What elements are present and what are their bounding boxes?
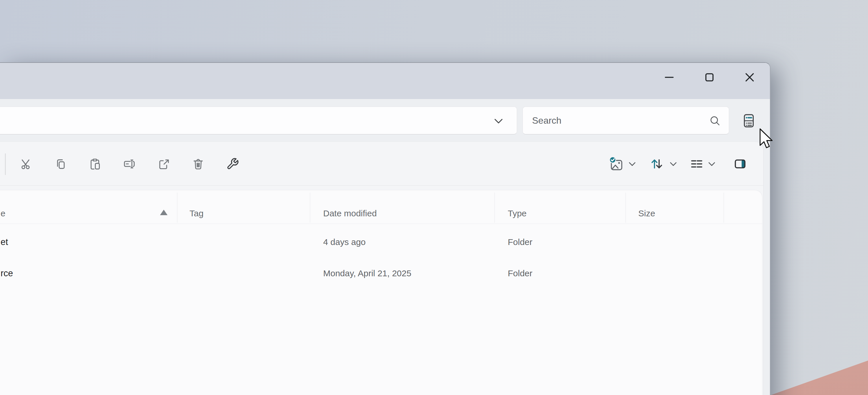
- minimize-icon: [662, 70, 676, 84]
- file-type: Folder: [508, 269, 532, 278]
- file-type: Folder: [508, 237, 532, 247]
- thumbnails-button[interactable]: [608, 156, 624, 172]
- layout-dropdown[interactable]: [707, 160, 717, 168]
- image-check-icon: [609, 157, 623, 171]
- search-box[interactable]: [523, 107, 729, 134]
- chevron-down-icon: [628, 161, 637, 167]
- rename-icon: [123, 158, 136, 170]
- preview-pane-toggle[interactable]: [732, 156, 748, 172]
- copy-icon: [54, 158, 67, 170]
- file-date-modified: 4 days ago: [323, 237, 366, 247]
- content-panel: e Tag Date modified Type Size et 4: [0, 142, 764, 395]
- table-row[interactable]: rce Monday, April 21, 2025 Folder: [0, 258, 762, 289]
- chevron-down-icon: [707, 161, 716, 167]
- table-row[interactable]: et 4 days ago Folder: [0, 226, 762, 258]
- share-icon: [157, 158, 170, 170]
- address-row: [0, 99, 770, 142]
- address-input[interactable]: [0, 107, 485, 134]
- column-divider[interactable]: [625, 193, 626, 223]
- status-center-button[interactable]: [739, 111, 759, 131]
- column-header-type[interactable]: Type: [508, 208, 527, 218]
- header-divider: [0, 224, 762, 224]
- column-header-tag[interactable]: Tag: [189, 208, 204, 218]
- trash-icon: [192, 158, 205, 170]
- column-header-date-modified[interactable]: Date modified: [323, 208, 377, 218]
- search-input[interactable]: [532, 107, 694, 134]
- copy-button[interactable]: [52, 156, 69, 172]
- scissors-icon: [20, 158, 32, 170]
- paste-button[interactable]: [87, 156, 103, 172]
- column-divider[interactable]: [494, 193, 495, 223]
- maximize-icon: [703, 70, 716, 84]
- share-button[interactable]: [156, 156, 172, 172]
- task-list-icon: [743, 114, 755, 128]
- sort-arrows-icon: [650, 157, 664, 171]
- clipboard-icon: [89, 158, 101, 170]
- file-explorer-window: e Tag Date modified Type Size et 4: [0, 62, 771, 395]
- chevron-down-icon: [669, 161, 678, 167]
- sort-dropdown[interactable]: [669, 160, 678, 168]
- file-list: e Tag Date modified Type Size et 4: [0, 190, 763, 395]
- file-date-modified: Monday, April 21, 2025: [323, 269, 411, 278]
- sort-ascending-icon: [160, 210, 167, 215]
- close-icon: [743, 70, 756, 84]
- mouse-cursor: [759, 128, 774, 149]
- list-lines-icon: [690, 157, 703, 171]
- toolbar-edit-actions: [18, 156, 241, 172]
- delete-button[interactable]: [190, 156, 206, 172]
- panel-right-icon: [733, 157, 747, 171]
- thumbnails-dropdown[interactable]: [627, 160, 637, 168]
- cut-button[interactable]: [18, 156, 34, 172]
- sort-button[interactable]: [649, 156, 665, 172]
- toolbar-bottom-divider: [0, 185, 763, 186]
- titlebar[interactable]: [0, 63, 770, 99]
- layout-button[interactable]: [689, 156, 705, 172]
- file-name[interactable]: rce: [1, 268, 13, 279]
- desktop: e Tag Date modified Type Size et 4: [0, 0, 868, 395]
- close-button[interactable]: [737, 64, 763, 90]
- caption-buttons: [656, 63, 763, 92]
- tools-button[interactable]: [224, 156, 241, 172]
- maximize-button[interactable]: [697, 64, 722, 90]
- column-header-size[interactable]: Size: [638, 208, 655, 218]
- minimize-button[interactable]: [656, 64, 682, 90]
- file-name[interactable]: et: [1, 237, 8, 247]
- column-header-name[interactable]: e: [1, 208, 5, 218]
- address-bar[interactable]: [0, 107, 517, 134]
- wrench-icon: [226, 158, 239, 170]
- rename-button[interactable]: [121, 156, 137, 172]
- search-icon: [709, 115, 721, 126]
- toolbar-separator: [5, 153, 6, 175]
- chevron-down-icon[interactable]: [494, 117, 503, 125]
